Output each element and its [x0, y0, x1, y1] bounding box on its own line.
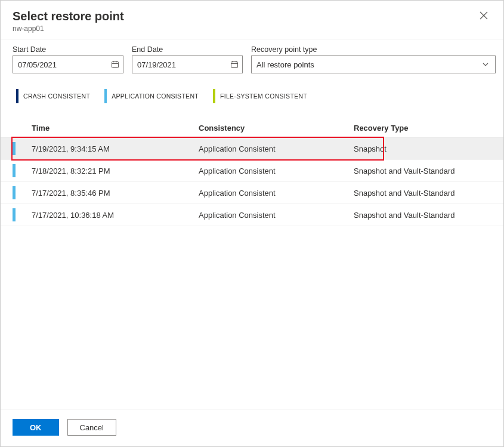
row-recovery-type: Snapshot and Vault-Standard — [354, 211, 503, 220]
legend-file-bar — [213, 89, 215, 103]
restore-points-table: Time Consistency Recovery Type 7/19/2021… — [1, 119, 503, 409]
recovery-type-field: Recovery point type All restore points — [251, 45, 496, 73]
table-row[interactable]: 7/17/2021, 10:36:18 AMApplication Consis… — [1, 204, 503, 226]
dialog-title: Select restore point — [13, 9, 124, 23]
row-time: 7/19/2021, 9:34:15 AM — [32, 144, 199, 153]
close-icon — [480, 11, 488, 21]
cancel-button[interactable]: Cancel — [67, 419, 116, 436]
start-date-label: Start Date — [13, 45, 123, 54]
row-consistency: Application Consistent — [199, 167, 354, 175]
col-time[interactable]: Time — [32, 124, 199, 132]
row-time: 7/17/2021, 8:35:46 PM — [32, 189, 199, 198]
row-time: 7/17/2021, 10:36:18 AM — [32, 211, 199, 220]
row-consistency: Application Consistent — [199, 189, 354, 198]
dialog-header: Select restore point nw-app01 — [1, 1, 503, 39]
end-date-field: End Date — [132, 45, 243, 73]
col-consistency[interactable]: Consistency — [199, 124, 354, 132]
end-date-input[interactable] — [132, 56, 243, 73]
recovery-type-value: All restore points — [256, 60, 314, 69]
col-recovery-type[interactable]: Recovery Type — [354, 124, 503, 132]
resource-name: nw-app01 — [13, 24, 124, 33]
table-row[interactable]: 7/17/2021, 8:35:46 PMApplication Consist… — [1, 182, 503, 204]
row-consistency: Application Consistent — [199, 144, 354, 153]
ok-button[interactable]: OK — [13, 419, 59, 436]
consistency-bar — [13, 142, 16, 155]
close-button[interactable] — [476, 9, 491, 23]
row-time: 7/18/2021, 8:32:21 PM — [32, 167, 199, 175]
table-header: Time Consistency Recovery Type — [1, 119, 503, 138]
recovery-type-label: Recovery point type — [251, 45, 496, 54]
row-recovery-type: Snapshot and Vault-Standard — [354, 189, 503, 198]
legend: CRASH CONSISTENT APPLICATION CONSISTENT … — [1, 77, 503, 119]
row-recovery-type: Snapshot — [354, 144, 503, 153]
select-restore-point-dialog: Select restore point nw-app01 Start Date… — [0, 0, 504, 447]
table-row[interactable]: 7/19/2021, 9:34:15 AMApplication Consist… — [1, 138, 503, 160]
chevron-down-icon — [482, 61, 489, 68]
table-row[interactable]: 7/18/2021, 8:32:21 PMApplication Consist… — [1, 160, 503, 182]
row-recovery-type: Snapshot and Vault-Standard — [354, 167, 503, 175]
dialog-footer: OK Cancel — [1, 409, 503, 446]
consistency-bar — [13, 208, 16, 221]
end-date-label: End Date — [132, 45, 243, 54]
consistency-bar — [13, 186, 16, 199]
legend-application-consistent: APPLICATION CONSISTENT — [104, 89, 199, 103]
row-consistency: Application Consistent — [199, 211, 354, 220]
recovery-type-select[interactable]: All restore points — [251, 56, 496, 73]
legend-crash-bar — [16, 89, 18, 103]
filters-row: Start Date End Date Recovery point type — [1, 39, 503, 77]
legend-crash-consistent: CRASH CONSISTENT — [16, 89, 90, 103]
legend-application-bar — [104, 89, 107, 103]
start-date-field: Start Date — [13, 45, 123, 73]
consistency-bar — [13, 164, 16, 177]
legend-file-system-consistent: FILE-SYSTEM CONSISTENT — [213, 89, 307, 103]
start-date-input[interactable] — [13, 56, 123, 73]
